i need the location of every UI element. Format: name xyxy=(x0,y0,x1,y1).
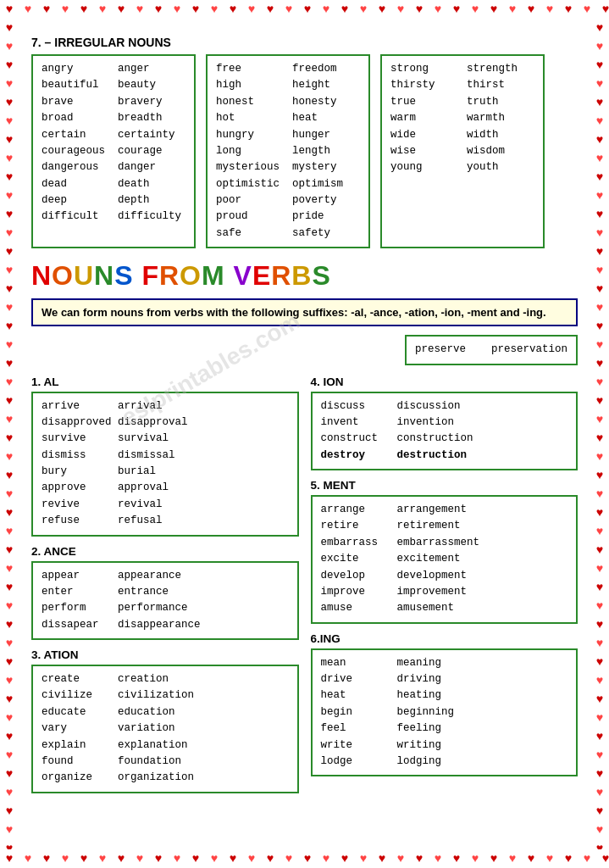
heart-decoration: ♥ xyxy=(596,849,609,868)
heart-decoration: ♥ xyxy=(590,727,609,746)
pair-row: freefreedom xyxy=(216,61,360,77)
pair-row: inventinvention xyxy=(321,415,568,431)
word-noun: organization xyxy=(118,770,194,786)
word-verb: lodge xyxy=(321,754,397,770)
heart-decoration: ♥ xyxy=(590,746,609,765)
word-verb: warm xyxy=(390,110,467,126)
pair-row: dangerousdanger xyxy=(42,159,185,175)
heart-decoration: ♥ xyxy=(590,541,609,559)
pair-row: appearappearance xyxy=(42,568,289,584)
pair-row: dismissdismissal xyxy=(42,448,289,464)
heart-decoration: ♥ xyxy=(503,849,522,868)
word-noun: variation xyxy=(118,721,185,737)
word-verb: wise xyxy=(390,143,467,159)
word-verb: honest xyxy=(216,94,292,110)
word-verb: discuss xyxy=(321,398,397,415)
heart-decoration: ♥ xyxy=(0,690,19,709)
title-char: N xyxy=(94,260,114,291)
word-verb: vary xyxy=(42,721,118,737)
word-noun: dismissal xyxy=(118,448,185,464)
pair-row: courageouscourage xyxy=(42,143,185,159)
word-noun: destruction xyxy=(397,448,468,464)
irregular-nouns-grid: angryangerbeautifulbeautybravebraverybro… xyxy=(31,54,578,248)
heart-decoration: ♥ xyxy=(261,0,280,19)
word-verb: courageous xyxy=(42,143,118,159)
word-noun: pride xyxy=(292,209,360,225)
section-ation: 3. ATION createcreationcivilizecivilizat… xyxy=(31,648,299,793)
pair-row: beginbeginning xyxy=(321,704,568,721)
pair-row: drivedriving xyxy=(321,671,568,687)
word-verb: amuse xyxy=(321,600,397,616)
word-noun: appearance xyxy=(118,568,185,584)
word-verb: bury xyxy=(42,464,118,480)
pair-row: feelfeeling xyxy=(321,721,568,737)
heart-decoration: ♥ xyxy=(578,0,596,19)
pair-row: educateeducation xyxy=(42,704,289,721)
word-noun: civilization xyxy=(118,687,194,704)
heart-decoration: ♥ xyxy=(0,112,19,131)
word-noun: amusement xyxy=(397,600,465,616)
title-char: B xyxy=(291,260,312,291)
word-verb: appear xyxy=(42,568,118,584)
section-ation-title: 3. ATION xyxy=(31,648,299,661)
heart-decoration: ♥ xyxy=(0,821,19,839)
heart-decoration: ♥ xyxy=(0,765,19,783)
heart-decoration: ♥ xyxy=(75,0,93,19)
heart-decoration: ♥ xyxy=(0,75,19,93)
word-noun: beginning xyxy=(397,704,465,721)
heart-decoration: ♥ xyxy=(0,186,19,205)
heart-decoration: ♥ xyxy=(590,410,609,429)
section-ment-title: 5. MENT xyxy=(311,479,579,492)
heart-decoration: ♥ xyxy=(0,634,19,653)
section-ing: 6.ING meanmeaningdrivedrivingheatheating… xyxy=(311,632,579,777)
heart-decoration: ♥ xyxy=(298,0,317,19)
heart-decoration: ♥ xyxy=(0,578,19,597)
heart-decoration: ♥ xyxy=(590,634,609,653)
word-noun: truth xyxy=(467,94,534,110)
heart-decoration: ♥ xyxy=(0,19,19,37)
section-al: 1. AL arrivearrivaldisapproveddisapprova… xyxy=(31,376,299,537)
word-verb: found xyxy=(42,754,118,770)
heart-decoration: ♥ xyxy=(540,0,559,19)
heart-decoration: ♥ xyxy=(590,168,609,186)
heart-decoration: ♥ xyxy=(317,849,335,868)
word-verb: refuse xyxy=(42,513,118,529)
pair-row: dissapeardisappearance xyxy=(42,617,289,633)
pair-row: retireretirement xyxy=(321,518,568,534)
section-ing-title: 6.ING xyxy=(311,632,579,645)
irr-box-1: angryangerbeautifulbeautybravebraverybro… xyxy=(31,54,196,248)
heart-decoration: ♥ xyxy=(590,93,609,112)
heart-decoration: ♥ xyxy=(590,242,609,261)
heart-decoration: ♥ xyxy=(590,75,609,93)
word-noun: arrangement xyxy=(397,502,468,518)
word-noun: bravery xyxy=(118,94,185,110)
heart-decoration: ♥ xyxy=(205,0,224,19)
heart-decoration: ♥ xyxy=(149,849,168,868)
word-noun: creation xyxy=(118,671,185,687)
word-noun: difficulty xyxy=(118,209,185,225)
heart-decoration: ♥ xyxy=(130,849,149,868)
heart-decoration: ♥ xyxy=(0,93,19,112)
section-ion: 4. ION discussdiscussioninventinventionc… xyxy=(311,376,579,471)
word-verb: excite xyxy=(321,551,397,567)
word-verb: difficult xyxy=(42,209,118,225)
pair-row: performperformance xyxy=(42,600,289,616)
word-verb: dissapear xyxy=(42,617,118,633)
word-noun: courage xyxy=(118,143,185,159)
heart-decoration: ♥ xyxy=(590,336,609,354)
word-verb: write xyxy=(321,737,397,754)
heart-decoration: ♥ xyxy=(298,849,317,868)
heart-decoration: ♥ xyxy=(280,0,298,19)
pair-row: exciteexcitement xyxy=(321,551,568,567)
heart-decoration: ♥ xyxy=(484,0,503,19)
pair-row: writewriting xyxy=(321,737,568,754)
pair-row: approveapproval xyxy=(42,480,289,496)
word-noun: anger xyxy=(118,61,185,77)
pair-row: warmwarmth xyxy=(390,110,534,126)
title-char: S xyxy=(114,260,133,291)
heart-decoration: ♥ xyxy=(590,597,609,615)
title-char: F xyxy=(141,260,159,291)
heart-decoration: ♥ xyxy=(391,849,410,868)
pair-row: foundfoundation xyxy=(42,754,289,770)
word-noun: poverty xyxy=(292,192,360,209)
